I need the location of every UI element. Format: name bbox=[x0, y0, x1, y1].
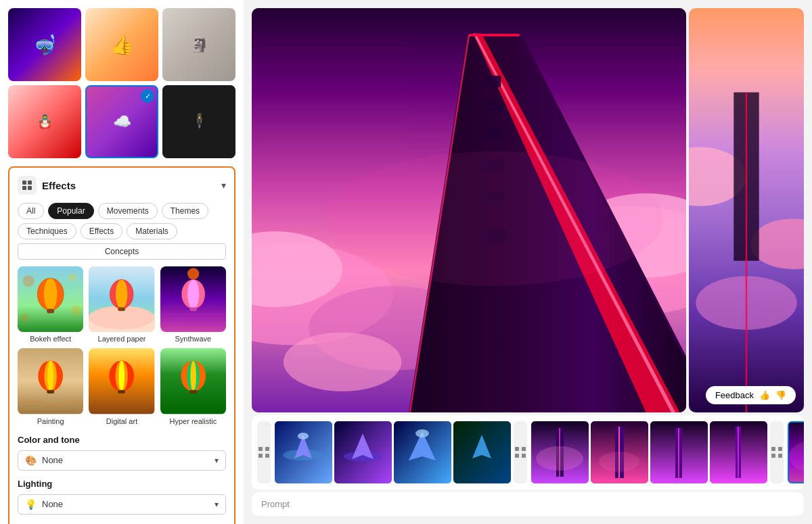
effects-panel: Effects ▾ All Popular Movements Themes T… bbox=[8, 166, 235, 524]
svg-rect-30 bbox=[189, 308, 197, 311]
effect-card-hyper-realistic-img bbox=[160, 348, 226, 414]
svg-point-83 bbox=[298, 433, 309, 439]
svg-point-10 bbox=[69, 274, 76, 281]
effect-card-bokeh-img bbox=[18, 266, 83, 332]
strip-group-3-action[interactable] bbox=[770, 421, 784, 483]
svg-rect-77 bbox=[265, 447, 269, 451]
svg-point-40 bbox=[119, 361, 125, 391]
svg-point-12 bbox=[20, 313, 29, 322]
thumbnail-3[interactable]: 🗿 bbox=[162, 8, 235, 81]
thumbnail-grid: 🤿 👍 🗿 🪆 ☁️ ✓ 🕴️ bbox=[8, 8, 235, 158]
strip-thumb-1[interactable] bbox=[275, 421, 332, 483]
filter-tags: All Popular Movements Themes Techniques … bbox=[18, 203, 226, 260]
svg-point-18 bbox=[116, 279, 127, 308]
effect-card-painting-img bbox=[18, 348, 83, 414]
effect-card-painting[interactable]: Painting bbox=[18, 348, 83, 425]
svg-rect-76 bbox=[258, 447, 263, 451]
strip-thumb-2[interactable] bbox=[334, 421, 392, 483]
svg-rect-3 bbox=[28, 186, 32, 190]
strip-group-2 bbox=[531, 421, 767, 483]
strip-thumb-9[interactable] bbox=[788, 421, 804, 483]
svg-rect-8 bbox=[47, 309, 54, 313]
effects-panel-icon bbox=[18, 176, 37, 195]
svg-rect-94 bbox=[515, 454, 519, 458]
effect-card-bokeh[interactable]: Bokeh effect bbox=[18, 266, 83, 343]
effect-card-synthwave-label: Synthwave bbox=[175, 335, 211, 343]
svg-point-45 bbox=[190, 361, 196, 391]
svg-point-99 bbox=[536, 446, 583, 471]
effect-card-digital-art-img bbox=[89, 348, 154, 414]
thumbs-up-icon[interactable]: 👍 bbox=[759, 390, 770, 400]
filter-all[interactable]: All bbox=[18, 203, 44, 219]
filter-effects[interactable]: Effects bbox=[81, 223, 122, 239]
main-images: Feedback 👍 👎 bbox=[244, 0, 812, 415]
main-image-large[interactable] bbox=[252, 8, 686, 412]
svg-rect-112 bbox=[771, 454, 775, 458]
feedback-bar: Feedback 👍 👎 bbox=[706, 386, 796, 404]
color-tone-arrow-icon: ▾ bbox=[215, 456, 219, 465]
svg-rect-92 bbox=[515, 447, 519, 451]
thumbs-down-icon[interactable]: 👎 bbox=[775, 390, 786, 400]
filter-materials[interactable]: Materials bbox=[127, 223, 177, 239]
lighting-dropdown[interactable]: 💡 None ▾ bbox=[18, 494, 226, 515]
effect-card-layered-paper-label: Layered paper bbox=[98, 335, 146, 343]
svg-rect-111 bbox=[778, 447, 782, 451]
lighting-title: Lighting bbox=[18, 479, 226, 489]
effect-card-hyper-realistic[interactable]: Hyper realistic bbox=[160, 348, 226, 425]
filter-techniques[interactable]: Techniques bbox=[18, 223, 76, 239]
lighting-icon: 💡 bbox=[25, 499, 37, 510]
effect-card-layered-paper[interactable]: Layered paper bbox=[89, 266, 154, 343]
color-tone-dropdown[interactable]: 🎨 None ▾ bbox=[18, 450, 226, 471]
svg-point-31 bbox=[187, 268, 199, 279]
color-tone-icon: 🎨 bbox=[25, 455, 37, 466]
strip-thumb-3[interactable] bbox=[394, 421, 451, 483]
effect-card-digital-art[interactable]: Digital art bbox=[89, 348, 154, 425]
strip-thumb-8[interactable] bbox=[710, 421, 767, 483]
feedback-label: Feedback bbox=[715, 390, 754, 400]
svg-rect-2 bbox=[22, 186, 26, 190]
main-image-small[interactable]: Feedback 👍 👎 bbox=[689, 8, 804, 412]
svg-point-89 bbox=[415, 429, 429, 437]
filter-concepts[interactable]: Concepts bbox=[18, 243, 226, 260]
svg-rect-0 bbox=[22, 181, 26, 185]
svg-point-9 bbox=[23, 275, 35, 287]
svg-point-69 bbox=[325, 151, 662, 286]
right-content: Feedback 👍 👎 bbox=[244, 0, 812, 524]
svg-rect-46 bbox=[189, 390, 197, 394]
effect-card-bokeh-label: Bokeh effect bbox=[30, 335, 71, 343]
effect-card-painting-label: Painting bbox=[37, 417, 64, 425]
thumbnail-2[interactable]: 👍 bbox=[85, 8, 158, 81]
color-tone-title: Color and tone bbox=[18, 435, 226, 445]
strip-group-3 bbox=[788, 421, 804, 483]
svg-rect-62 bbox=[484, 101, 502, 112]
strip-thumb-6[interactable] bbox=[591, 421, 648, 483]
lighting-value: None bbox=[42, 499, 215, 509]
filter-movements[interactable]: Movements bbox=[98, 203, 158, 219]
strip-thumb-5[interactable] bbox=[531, 421, 589, 483]
prompt-bar: Prompt bbox=[252, 492, 804, 516]
prompt-label[interactable]: Prompt bbox=[261, 499, 290, 509]
thumbnail-4[interactable]: 🪆 bbox=[8, 85, 81, 158]
filter-popular[interactable]: Popular bbox=[48, 203, 93, 219]
svg-rect-78 bbox=[258, 454, 263, 458]
effects-chevron-icon[interactable]: ▾ bbox=[221, 180, 226, 191]
effects-header: Effects ▾ bbox=[18, 176, 226, 195]
svg-point-35 bbox=[47, 361, 53, 391]
strip-group-2-action[interactable] bbox=[514, 421, 527, 483]
svg-rect-41 bbox=[118, 390, 126, 394]
svg-point-29 bbox=[187, 279, 199, 308]
strip-thumb-4[interactable] bbox=[453, 421, 511, 483]
svg-rect-93 bbox=[522, 447, 526, 451]
effect-card-digital-art-label: Digital art bbox=[106, 417, 137, 425]
strip-group-1-action[interactable] bbox=[257, 421, 271, 483]
svg-rect-79 bbox=[265, 454, 269, 458]
thumbnail-6[interactable]: 🕴️ bbox=[162, 85, 235, 158]
effects-title: Effects bbox=[42, 180, 76, 191]
thumbnail-5[interactable]: ☁️ ✓ bbox=[85, 85, 158, 158]
effect-card-synthwave-img bbox=[160, 266, 226, 332]
strip-thumb-7[interactable] bbox=[650, 421, 708, 483]
svg-rect-61 bbox=[484, 76, 501, 87]
filter-themes[interactable]: Themes bbox=[162, 203, 208, 219]
effect-card-synthwave[interactable]: Synthwave bbox=[160, 266, 226, 343]
thumbnail-1[interactable]: 🤿 bbox=[8, 8, 81, 81]
